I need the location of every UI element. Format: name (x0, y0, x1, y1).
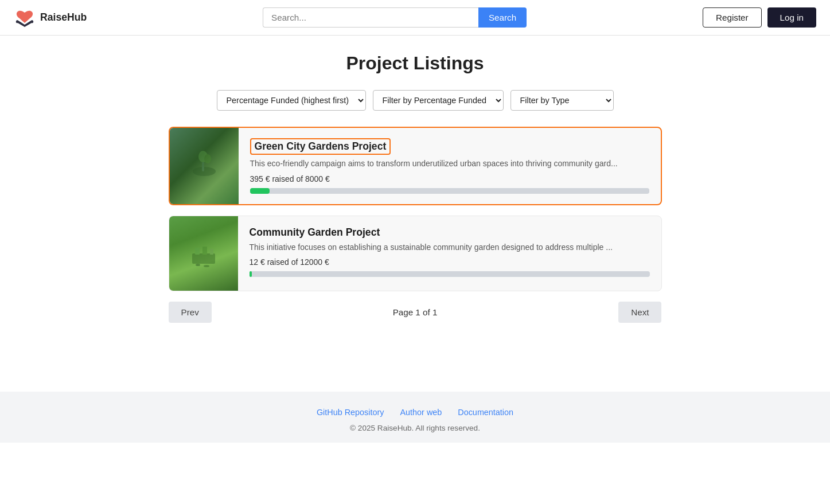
brand-logo[interactable]: RaiseHub (14, 7, 87, 29)
svg-rect-5 (195, 248, 200, 255)
footer-links: GitHub Repository Author web Documentati… (11, 408, 819, 417)
project-desc-1: This eco-friendly campaign aims to trans… (250, 158, 649, 170)
nav-actions: Register Log in (703, 7, 816, 28)
table-row[interactable]: Community Garden Project This initiative… (169, 216, 662, 291)
project-image-1 (170, 128, 239, 204)
svg-point-9 (204, 265, 209, 267)
table-row[interactable]: Green City Gardens Project This eco-frie… (169, 127, 662, 205)
pagination: Prev Page 1 of 1 Next (169, 302, 662, 323)
brand-name: RaiseHub (40, 11, 87, 24)
brand-icon (14, 7, 36, 29)
project-image-2 (169, 216, 238, 291)
search-button[interactable]: Search (478, 7, 527, 28)
project-info-2: Community Garden Project This initiative… (238, 216, 661, 291)
progress-bar-fill-2 (250, 271, 252, 277)
footer: GitHub Repository Author web Documentati… (0, 392, 830, 443)
progress-bar-fill-1 (250, 188, 270, 194)
register-button[interactable]: Register (703, 7, 762, 28)
filter-percentage-select[interactable]: Filter by Percentage Funded 0-25% 25-50%… (373, 90, 504, 111)
progress-bar-bg-2 (250, 271, 650, 277)
svg-point-8 (196, 264, 200, 266)
project-desc-2: This initiative focuses on establishing … (250, 242, 650, 253)
project-title-2[interactable]: Community Garden Project (250, 226, 650, 239)
prev-button[interactable]: Prev (169, 302, 212, 323)
main-content: Project Listings Percentage Funded (high… (157, 36, 673, 346)
svg-rect-6 (202, 247, 207, 255)
svg-point-3 (204, 154, 211, 163)
filter-bar: Percentage Funded (highest first) Percen… (169, 90, 662, 111)
sort-select[interactable]: Percentage Funded (highest first) Percen… (217, 90, 366, 111)
project-list: Green City Gardens Project This eco-frie… (169, 127, 662, 291)
project-raised-1: 395 € raised of 8000 € (250, 174, 649, 183)
footer-link-docs[interactable]: Documentation (458, 408, 513, 417)
progress-bar-bg-1 (250, 188, 649, 194)
footer-copyright: © 2025 RaiseHub. All rights reserved. (11, 424, 819, 432)
svg-rect-7 (210, 249, 213, 255)
navbar: RaiseHub Search Register Log in (0, 0, 830, 36)
footer-link-github[interactable]: GitHub Repository (317, 408, 384, 417)
filter-type-select[interactable]: Filter by Type Environment Community Tec… (511, 90, 614, 111)
page-info: Page 1 of 1 (393, 307, 438, 317)
login-button[interactable]: Log in (767, 7, 816, 28)
next-button[interactable]: Next (618, 302, 661, 323)
project-raised-2: 12 € raised of 12000 € (250, 257, 650, 267)
search-form: Search (263, 7, 527, 28)
project-info-1: Green City Gardens Project This eco-frie… (239, 128, 661, 204)
search-area: Search (87, 7, 703, 28)
search-input[interactable] (263, 7, 478, 28)
page-title: Project Listings (169, 53, 662, 74)
project-title-1[interactable]: Green City Gardens Project (250, 138, 391, 155)
footer-link-author[interactable]: Author web (400, 408, 442, 417)
svg-rect-4 (192, 253, 215, 264)
